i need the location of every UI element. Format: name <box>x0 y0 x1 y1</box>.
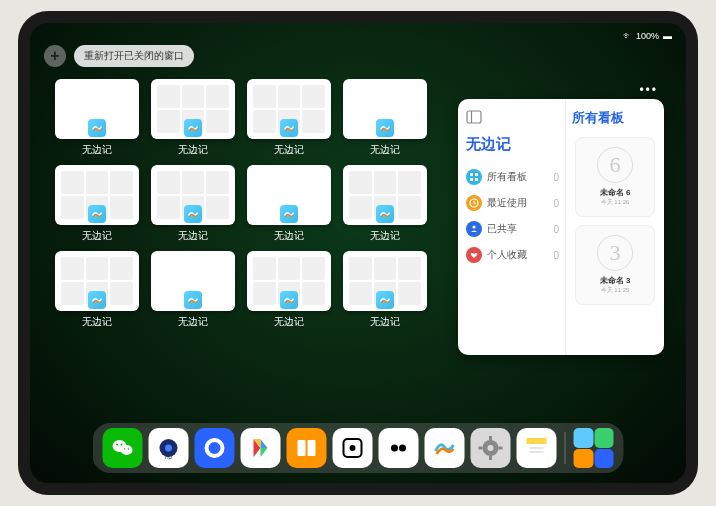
filter-count: 0 <box>553 198 559 209</box>
svg-rect-5 <box>475 178 478 181</box>
svg-rect-30 <box>527 438 547 444</box>
filter-label: 已共享 <box>487 222 517 236</box>
dock-app-settings[interactable] <box>471 428 511 468</box>
dock-app-play[interactable] <box>241 428 281 468</box>
reopen-closed-window-button[interactable]: 重新打开已关闭的窗口 <box>74 45 194 67</box>
svg-point-21 <box>350 445 356 451</box>
add-window-button[interactable]: + <box>44 45 66 67</box>
window-thumbnail[interactable]: 无边记 <box>150 165 236 247</box>
thumbnail-label: 无边记 <box>82 315 112 329</box>
freeform-app-icon <box>280 291 298 309</box>
svg-rect-19 <box>308 440 316 456</box>
window-thumbnail[interactable]: 无边记 <box>54 165 140 247</box>
filter-label: 最近使用 <box>487 196 527 210</box>
svg-point-13 <box>128 448 130 450</box>
freeform-app-icon <box>88 205 106 223</box>
window-thumbnail[interactable]: 无边记 <box>150 251 236 333</box>
board-card[interactable]: 3未命名 3今天 11:25 <box>575 225 655 305</box>
window-thumbnail[interactable]: 无边记 <box>342 79 428 161</box>
freeform-app-icon <box>280 119 298 137</box>
freeform-app-icon <box>184 205 202 223</box>
window-thumbnail[interactable]: 无边记 <box>246 251 332 333</box>
thumbnail-preview <box>55 79 139 139</box>
board-name: 未命名 6 <box>600 187 631 198</box>
svg-text:HD: HD <box>165 454 173 460</box>
thumbnail-label: 无边记 <box>274 315 304 329</box>
thumbnail-label: 无边记 <box>178 315 208 329</box>
thumbnail-label: 无边记 <box>82 229 112 243</box>
freeform-app-icon <box>184 119 202 137</box>
board-timestamp: 今天 11:26 <box>601 198 630 207</box>
window-thumbnail[interactable]: 无边记 <box>342 251 428 333</box>
dock-app-freeform[interactable] <box>425 428 465 468</box>
thumbnail-preview <box>151 79 235 139</box>
filter-label: 个人收藏 <box>487 248 527 262</box>
svg-rect-31 <box>527 444 547 458</box>
board-name: 未命名 3 <box>600 275 631 286</box>
board-sketch: 3 <box>597 235 633 271</box>
grid-icon <box>466 169 482 185</box>
dock-divider <box>565 432 566 464</box>
dock-app-camera-x[interactable] <box>379 428 419 468</box>
svg-point-7 <box>472 225 475 228</box>
ellipsis-icon[interactable]: ••• <box>639 83 658 97</box>
filter-count: 0 <box>553 224 559 235</box>
freeform-side-panel[interactable]: ••• 无边记 所有看板0最近使用0已共享0个人收藏0 所有看板 6未命名 6今… <box>458 99 664 355</box>
battery-icon: ▬ <box>663 31 672 41</box>
thumbnail-preview <box>343 79 427 139</box>
window-thumbnail[interactable]: 无边记 <box>342 165 428 247</box>
thumbnail-label: 无边记 <box>178 229 208 243</box>
freeform-app-icon <box>88 119 106 137</box>
board-sketch: 6 <box>597 147 633 183</box>
filter-clock[interactable]: 最近使用0 <box>466 190 559 216</box>
svg-rect-4 <box>470 178 473 181</box>
dock-app-notes[interactable] <box>517 428 557 468</box>
dock-app-wechat[interactable] <box>103 428 143 468</box>
window-thumbnail[interactable]: 无边记 <box>54 79 140 161</box>
freeform-app-icon <box>376 119 394 137</box>
svg-rect-2 <box>470 173 473 176</box>
thumbnail-label: 无边记 <box>370 315 400 329</box>
sidebar-toggle-icon[interactable] <box>466 109 482 125</box>
svg-point-17 <box>207 440 223 456</box>
thumbnail-preview <box>247 165 331 225</box>
window-grid: 无边记无边记无边记无边记无边记无边记无边记无边记无边记无边记无边记无边记 <box>54 79 428 333</box>
panel-sidebar: 无边记 所有看板0最近使用0已共享0个人收藏0 <box>458 99 566 355</box>
share-icon <box>466 221 482 237</box>
window-thumbnail[interactable]: 无边记 <box>150 79 236 161</box>
window-thumbnail[interactable]: 无边记 <box>246 165 332 247</box>
svg-point-9 <box>121 445 133 455</box>
svg-point-10 <box>116 444 118 446</box>
svg-point-23 <box>399 445 406 452</box>
thumbnail-preview <box>247 79 331 139</box>
freeform-app-icon <box>280 205 298 223</box>
thumbnail-label: 无边记 <box>274 143 304 157</box>
svg-point-22 <box>391 445 398 452</box>
thumbnail-preview <box>55 251 139 311</box>
svg-point-12 <box>124 448 126 450</box>
battery-label: 100% <box>636 31 659 41</box>
board-timestamp: 今天 11:25 <box>601 286 630 295</box>
filter-count: 0 <box>553 250 559 261</box>
thumbnail-preview <box>343 165 427 225</box>
clock-icon <box>466 195 482 211</box>
dock-recent-apps[interactable] <box>574 428 614 468</box>
svg-point-25 <box>488 445 494 451</box>
panel-title: 无边记 <box>466 135 559 154</box>
dock-app-quark[interactable] <box>195 428 235 468</box>
screen: ᯤ 100% ▬ + 重新打开已关闭的窗口 无边记无边记无边记无边记无边记无边记… <box>30 23 686 483</box>
freeform-app-icon <box>184 291 202 309</box>
filter-share[interactable]: 已共享0 <box>466 216 559 242</box>
window-thumbnail[interactable]: 无边记 <box>54 251 140 333</box>
thumbnail-preview <box>151 165 235 225</box>
dock-app-quark-hd[interactable]: HD <box>149 428 189 468</box>
ipad-frame: ᯤ 100% ▬ + 重新打开已关闭的窗口 无边记无边记无边记无边记无边记无边记… <box>18 11 698 495</box>
dock-app-books[interactable] <box>287 428 327 468</box>
filter-heart[interactable]: 个人收藏0 <box>466 242 559 268</box>
dock-app-dice[interactable] <box>333 428 373 468</box>
reopen-label: 重新打开已关闭的窗口 <box>84 49 184 63</box>
freeform-app-icon <box>376 205 394 223</box>
filter-grid[interactable]: 所有看板0 <box>466 164 559 190</box>
window-thumbnail[interactable]: 无边记 <box>246 79 332 161</box>
board-card[interactable]: 6未命名 6今天 11:26 <box>575 137 655 217</box>
